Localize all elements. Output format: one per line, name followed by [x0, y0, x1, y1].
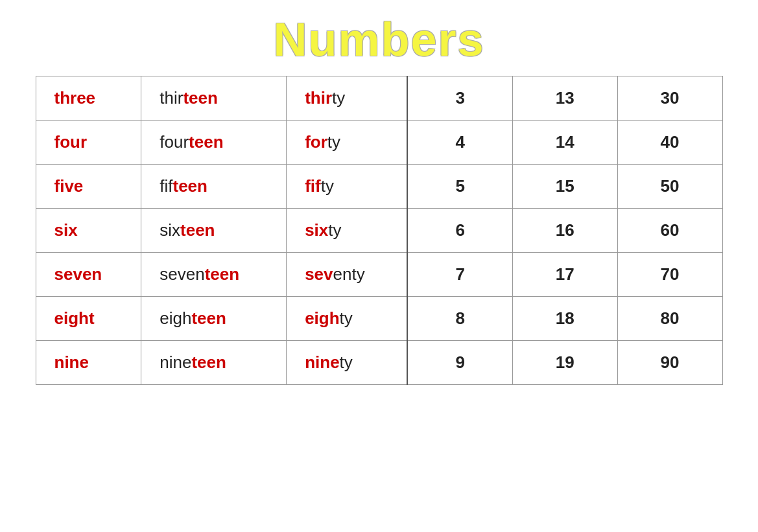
teen-prefix: eigh: [160, 308, 191, 328]
col-ty: forty: [287, 121, 408, 165]
teen-suffix: teen: [172, 176, 207, 196]
col-ty: eighty: [287, 297, 408, 341]
col-num2: 15: [512, 165, 617, 209]
col-ty: seventy: [287, 253, 408, 297]
ty-prefix: fif: [305, 176, 321, 196]
teen-suffix: teen: [191, 353, 226, 372]
teen-suffix: teen: [191, 308, 226, 328]
col-word: five: [36, 165, 141, 209]
ty-prefix: eigh: [305, 308, 339, 328]
col-ty: sixty: [287, 209, 408, 253]
ty-suffix: enty: [333, 264, 365, 284]
table-row: sevenseventeenseventy71770: [36, 253, 722, 297]
col-ty: ninety: [287, 341, 408, 385]
col-num3: 50: [617, 165, 722, 209]
col-ty: thirty: [287, 76, 408, 121]
teen-suffix: teen: [205, 264, 239, 284]
col-num3: 30: [617, 76, 722, 121]
teen-prefix: four: [160, 132, 189, 152]
col-teen: eighteen: [141, 297, 287, 341]
col-teen: sixteen: [141, 209, 287, 253]
col-ty: fifty: [287, 165, 408, 209]
col-word: nine: [36, 341, 141, 385]
table-row: ninenineteenninety91990: [36, 341, 722, 385]
col-word: eight: [36, 297, 141, 341]
col-num2: 13: [512, 76, 617, 121]
col-teen: fourteen: [141, 121, 287, 165]
col-num2: 16: [512, 209, 617, 253]
col-num1: 7: [407, 253, 512, 297]
col-num2: 18: [512, 297, 617, 341]
col-num3: 40: [617, 121, 722, 165]
numbers-table: threethirteenthirty31330fourfourteenfort…: [36, 76, 723, 385]
col-num2: 19: [512, 341, 617, 385]
col-num2: 14: [512, 121, 617, 165]
ty-suffix: ty: [321, 176, 334, 196]
teen-prefix: six: [160, 220, 180, 240]
table-row: fourfourteenforty41440: [36, 121, 722, 165]
teen-prefix: thir: [160, 88, 183, 108]
col-num3: 60: [617, 209, 722, 253]
col-word: three: [36, 76, 141, 121]
page-title: Numbers: [273, 13, 484, 66]
col-teen: thirteen: [141, 76, 287, 121]
ty-suffix: ty: [327, 132, 340, 152]
col-teen: nineteen: [141, 341, 287, 385]
col-num1: 4: [407, 121, 512, 165]
teen-suffix: teen: [189, 132, 223, 152]
ty-suffix: ty: [332, 88, 345, 108]
col-num2: 17: [512, 253, 617, 297]
ty-prefix: six: [305, 220, 328, 240]
ty-prefix: for: [305, 132, 327, 152]
col-word: seven: [36, 253, 141, 297]
ty-prefix: sev: [305, 264, 333, 284]
ty-prefix: nine: [305, 353, 339, 372]
col-word: six: [36, 209, 141, 253]
teen-suffix: teen: [183, 88, 217, 108]
col-num1: 3: [407, 76, 512, 121]
ty-suffix: ty: [340, 308, 353, 328]
col-teen: seventeen: [141, 253, 287, 297]
col-num3: 80: [617, 297, 722, 341]
col-teen: fifteen: [141, 165, 287, 209]
col-num3: 90: [617, 341, 722, 385]
col-num1: 6: [407, 209, 512, 253]
table-row: fivefifteenfifty51550: [36, 165, 722, 209]
ty-suffix: ty: [328, 220, 341, 240]
col-num3: 70: [617, 253, 722, 297]
col-num1: 8: [407, 297, 512, 341]
col-num1: 9: [407, 341, 512, 385]
table-row: sixsixteensixty61660: [36, 209, 722, 253]
ty-prefix: thir: [305, 88, 332, 108]
teen-prefix: nine: [160, 353, 191, 372]
teen-prefix: seven: [160, 264, 204, 284]
teen-suffix: teen: [180, 220, 215, 240]
table-row: eighteighteeneighty81880: [36, 297, 722, 341]
table-row: threethirteenthirty31330: [36, 76, 722, 121]
teen-prefix: fif: [160, 176, 172, 196]
col-word: four: [36, 121, 141, 165]
col-num1: 5: [407, 165, 512, 209]
ty-suffix: ty: [340, 353, 353, 372]
